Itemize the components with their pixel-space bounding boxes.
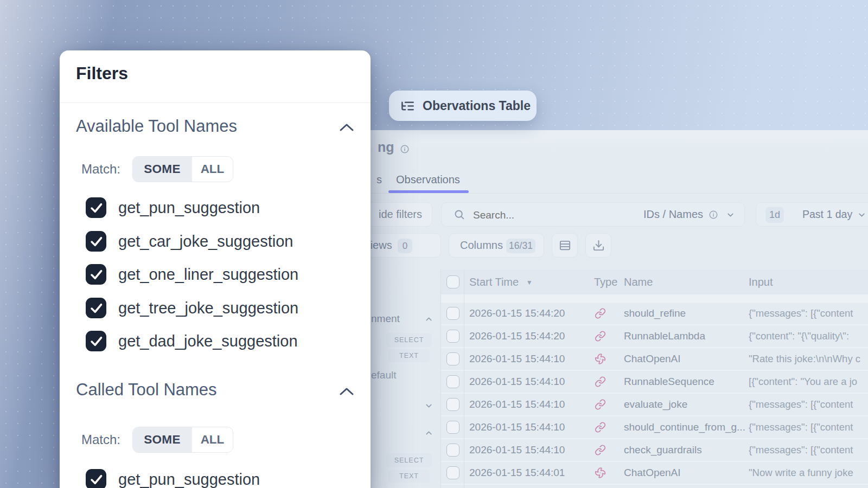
section-title-available-tool-names: Available Tool Names	[76, 117, 237, 136]
table-row[interactable]: 2026-01-15 15:44:20 RunnableLambda {"con…	[441, 324, 868, 347]
filter-option-row[interactable]: get_tree_joke_suggestion	[86, 298, 298, 318]
cell-name: check_guardrails	[624, 444, 702, 456]
match-label: Match:	[81, 156, 120, 182]
match-mode-toggle: SOME ALL	[132, 427, 233, 453]
filter-option-label: get_car_joke_suggestion	[118, 233, 293, 251]
match-some-option[interactable]: SOME	[133, 157, 192, 182]
chevron-down-icon[interactable]	[424, 401, 433, 410]
search-input[interactable]	[472, 207, 610, 224]
row-checkbox[interactable]	[446, 421, 459, 434]
tab-observations[interactable]: Observations	[396, 174, 460, 186]
chevron-down-icon	[857, 210, 866, 220]
cell-name: should_refine	[624, 307, 686, 319]
table-row-partial	[441, 484, 868, 488]
match-all-option[interactable]: ALL	[192, 157, 233, 182]
table-row[interactable]: 2026-01-15 15:44:10 check_guardrails {"m…	[441, 438, 868, 461]
select-all-checkbox[interactable]	[446, 275, 459, 288]
chevron-up-icon[interactable]	[339, 123, 355, 132]
row-checkbox[interactable]	[446, 330, 459, 343]
column-header-type[interactable]: Type	[594, 276, 617, 288]
hide-filters-label: ide filters	[379, 208, 422, 221]
saved-views-count-badge: 0	[398, 239, 412, 253]
filter-option-label: get_one_liner_suggestion	[118, 266, 298, 284]
export-button[interactable]	[585, 233, 611, 258]
observations-table-chip[interactable]: Obervations Table	[389, 91, 537, 121]
column-header-name[interactable]: Name	[624, 276, 653, 288]
filter-option-label: get_dad_joke_suggestion	[118, 332, 298, 350]
row-checkbox[interactable]	[446, 444, 459, 457]
filter-option-row[interactable]: get_dad_joke_suggestion	[86, 331, 298, 351]
match-all-option[interactable]: ALL	[192, 427, 233, 452]
cell-start-time: 2026-01-15 15:44:10	[469, 421, 565, 433]
time-range-badge: 1d	[765, 207, 784, 223]
panel-divider	[60, 102, 371, 103]
start-time-header-label: Start Time	[469, 276, 519, 288]
select-type-badge[interactable]: SELECT	[386, 453, 432, 467]
cell-input: {"messages": [{"content	[749, 444, 868, 456]
row-checkbox[interactable]	[446, 466, 459, 479]
table-header-row: Start Time ▼ Type Name Input	[441, 269, 868, 294]
columns-button[interactable]: Columns 16/31	[449, 233, 544, 258]
filter-option-row[interactable]: get_one_liner_suggestion	[86, 264, 298, 285]
chevron-up-icon[interactable]	[339, 387, 355, 396]
checkbox-checked[interactable]	[86, 331, 106, 351]
search-icon	[454, 209, 465, 220]
cell-start-time: 2026-01-15 15:44:10	[469, 376, 565, 388]
row-checkbox[interactable]	[446, 307, 459, 320]
cell-name: should_continue_from_g...	[624, 421, 745, 433]
row-checkbox[interactable]	[446, 375, 459, 388]
filter-option-row[interactable]: get_pun_suggestion	[86, 469, 260, 488]
row-height-button[interactable]	[552, 233, 578, 258]
table-header-gap	[441, 294, 868, 301]
cell-input: "Rate this joke:\n\nWhy c	[749, 353, 868, 365]
section-title-called-tool-names: Called Tool Names	[76, 380, 217, 400]
cell-name: ChatOpenAI	[624, 467, 681, 479]
cell-input: {"messages": [{"content	[749, 421, 868, 433]
chevron-down-icon[interactable]	[726, 210, 735, 220]
cell-input: [{"content": "You are a jo	[749, 376, 868, 388]
page-title-partial: ng	[378, 139, 394, 155]
column-header-start-time[interactable]: Start Time ▼	[469, 276, 533, 288]
checkbox-checked[interactable]	[86, 298, 106, 318]
row-checkbox[interactable]	[446, 398, 459, 411]
checkbox-checked[interactable]	[86, 197, 106, 218]
row-checkbox[interactable]	[446, 352, 459, 365]
table-row[interactable]: 2026-01-15 15:44:20 should_refine {"mess…	[441, 301, 868, 324]
filter-option-label: get_pun_suggestion	[118, 471, 260, 488]
sidebar-environment-partial: nment	[371, 313, 400, 325]
link-type-icon	[595, 376, 606, 388]
match-some-option[interactable]: SOME	[133, 427, 192, 452]
filters-panel: Filters Available Tool Names Match: SOME…	[60, 50, 371, 488]
filter-option-row[interactable]: get_car_joke_suggestion	[86, 231, 293, 252]
table-row[interactable]: 2026-01-15 15:44:01 ChatOpenAI "Now writ…	[441, 461, 868, 484]
table-row[interactable]: 2026-01-15 15:44:10 evaluate_joke {"mess…	[441, 393, 868, 415]
column-header-input[interactable]: Input	[749, 276, 773, 288]
columns-label: Columns	[460, 239, 503, 252]
tab-partial[interactable]: s	[376, 174, 382, 186]
link-type-icon	[595, 308, 606, 319]
chevron-up-icon[interactable]	[424, 428, 433, 438]
search-box[interactable]: IDs / Names	[441, 202, 745, 227]
table-row[interactable]: 2026-01-15 15:44:10 RunnableSequence [{"…	[441, 370, 868, 393]
cell-start-time: 2026-01-15 15:44:01	[469, 467, 565, 479]
time-range-selector[interactable]: 1d Past 1 day	[756, 202, 868, 227]
text-type-badge[interactable]: TEXT	[388, 470, 430, 483]
table-border-left	[441, 269, 441, 488]
link-type-icon	[595, 331, 606, 342]
checkbox-checked[interactable]	[86, 264, 106, 285]
search-scope-label[interactable]: IDs / Names	[643, 208, 703, 221]
active-tab-underline	[388, 190, 469, 193]
filter-option-row[interactable]: get_pun_suggestion	[86, 197, 260, 218]
select-type-badge[interactable]: SELECT	[386, 333, 432, 347]
text-type-badge[interactable]: TEXT	[388, 349, 430, 362]
checkbox-checked[interactable]	[86, 469, 106, 488]
cell-start-time: 2026-01-15 15:44:20	[469, 330, 565, 342]
link-type-icon	[595, 399, 606, 410]
filter-option-label: get_tree_joke_suggestion	[118, 299, 298, 317]
cell-name: evaluate_joke	[624, 399, 687, 410]
chevron-up-icon[interactable]	[424, 314, 433, 324]
link-type-icon	[595, 422, 606, 433]
checkbox-checked[interactable]	[86, 231, 106, 252]
table-row[interactable]: 2026-01-15 15:44:10 ChatOpenAI "Rate thi…	[441, 347, 868, 370]
table-row[interactable]: 2026-01-15 15:44:10 should_continue_from…	[441, 415, 868, 438]
